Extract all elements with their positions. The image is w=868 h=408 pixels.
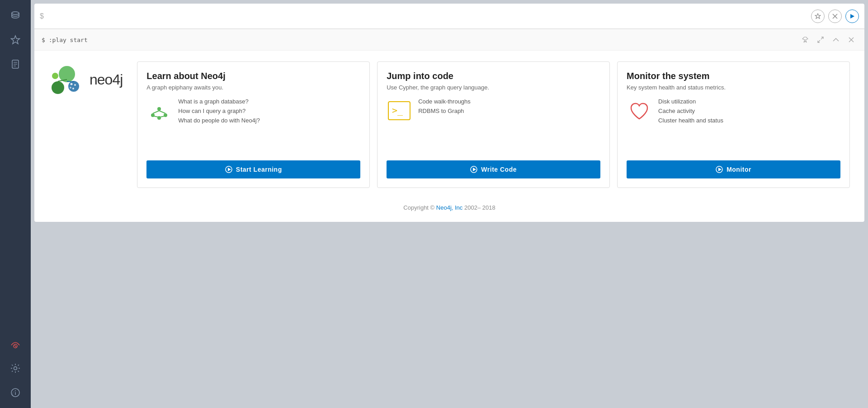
svg-point-27 xyxy=(74,84,76,86)
svg-line-35 xyxy=(159,111,165,113)
code-card-body: >_ Code walk-throughs RDBMS to Graph xyxy=(387,98,600,151)
learn-link-2[interactable]: How can I query a graph? xyxy=(178,108,260,114)
svg-line-17 xyxy=(818,40,820,42)
graph-icon-area xyxy=(146,100,172,123)
svg-marker-39 xyxy=(228,168,231,171)
svg-point-20 xyxy=(52,81,64,94)
svg-point-10 xyxy=(15,390,16,391)
svg-point-26 xyxy=(71,83,73,85)
sidebar-item-info[interactable] xyxy=(5,382,26,403)
sidebar-item-connection-error[interactable] xyxy=(5,333,26,355)
svg-line-37 xyxy=(160,116,165,117)
panel-actions xyxy=(799,34,857,46)
monitor-link-1[interactable]: Disk utilization xyxy=(658,98,723,105)
run-query-button[interactable] xyxy=(845,9,859,23)
pin-panel-button[interactable] xyxy=(799,34,811,46)
learn-link-1[interactable]: What is a graph database? xyxy=(178,98,260,105)
cards-container: Learn about Neo4j A graph epiphany await… xyxy=(137,61,850,188)
svg-text:>_: >_ xyxy=(392,105,403,116)
svg-line-34 xyxy=(153,111,159,113)
svg-point-30 xyxy=(157,107,161,111)
write-code-button[interactable]: Write Code xyxy=(387,160,600,178)
query-bar: $ xyxy=(34,4,864,29)
query-input[interactable] xyxy=(47,13,811,20)
svg-marker-15 xyxy=(850,14,854,19)
svg-line-36 xyxy=(154,116,158,117)
heart-icon-area xyxy=(627,100,652,123)
code-links: Code walk-throughs RDBMS to Graph xyxy=(418,98,471,114)
learn-card-subtitle: A graph epiphany awaits you. xyxy=(146,84,360,91)
learn-card-title: Learn about Neo4j xyxy=(146,71,360,81)
close-query-button[interactable] xyxy=(828,9,842,23)
play-panel: $ :play start xyxy=(34,29,864,222)
svg-point-0 xyxy=(12,12,19,14)
code-card-subtitle: Use Cypher, the graph query language. xyxy=(387,84,600,91)
code-card-title: Jump into code xyxy=(387,71,600,81)
favorite-query-button[interactable] xyxy=(811,9,825,23)
monitor-card-body: Disk utilization Cache activity Cluster … xyxy=(627,98,840,151)
start-learning-button[interactable]: Start Learning xyxy=(146,160,360,178)
close-panel-button[interactable] xyxy=(845,34,857,46)
monitor-links: Disk utilization Cache activity Cluster … xyxy=(658,98,723,124)
svg-point-22 xyxy=(68,81,79,92)
bottom-area xyxy=(31,225,868,408)
sidebar-item-favorites[interactable] xyxy=(5,29,26,51)
year-range: 2002– 2018 xyxy=(462,204,495,211)
monitor-card-button-area: Monitor xyxy=(627,151,840,178)
dollar-sign: $ xyxy=(40,12,44,20)
monitor-button[interactable]: Monitor xyxy=(627,160,840,178)
play-command: $ :play start xyxy=(42,37,799,43)
monitor-link-2[interactable]: Cache activity xyxy=(658,108,723,114)
sidebar-item-database[interactable] xyxy=(5,5,26,26)
learn-links: What is a graph database? How can I quer… xyxy=(178,98,260,124)
sidebar xyxy=(0,0,31,408)
query-actions xyxy=(811,9,859,23)
play-content: neo4j Learn about Neo4j A graph epiphany… xyxy=(34,51,864,199)
copyright-footer: Copyright © Neo4j, Inc 2002– 2018 xyxy=(34,199,864,213)
play-panel-header: $ :play start xyxy=(34,29,864,51)
main-area: $ $ :play start xyxy=(31,0,868,408)
svg-line-25 xyxy=(67,81,74,82)
code-card: Jump into code Use Cypher, the graph que… xyxy=(377,61,610,188)
sidebar-item-documents[interactable] xyxy=(5,53,26,75)
svg-marker-45 xyxy=(718,168,722,171)
svg-point-23 xyxy=(52,73,58,79)
logo-text: neo4j xyxy=(90,71,123,88)
collapse-panel-button[interactable] xyxy=(830,34,842,46)
monitor-card-title: Monitor the system xyxy=(627,71,840,81)
learn-card-body: What is a graph database? How can I quer… xyxy=(146,98,360,151)
neo4j-link[interactable]: Neo4j, Inc xyxy=(436,204,463,211)
learn-card: Learn about Neo4j A graph epiphany await… xyxy=(137,61,370,188)
code-link-1[interactable]: Code walk-throughs xyxy=(418,98,471,105)
svg-marker-43 xyxy=(473,168,476,171)
svg-marker-12 xyxy=(815,14,821,19)
sidebar-item-settings[interactable] xyxy=(5,357,26,379)
monitor-card: Monitor the system Key system health and… xyxy=(617,61,850,188)
copyright-text: Copyright © xyxy=(403,204,436,211)
monitor-card-subtitle: Key system health and status metrics. xyxy=(627,84,840,91)
svg-line-7 xyxy=(14,345,16,347)
monitor-link-3[interactable]: Cluster health and status xyxy=(658,117,723,124)
neo4j-logo: neo4j xyxy=(49,61,123,98)
svg-marker-1 xyxy=(11,36,20,44)
code-card-button-area: Write Code xyxy=(387,151,600,178)
learn-link-3[interactable]: What do people do with Neo4j? xyxy=(178,117,260,124)
svg-line-16 xyxy=(821,37,823,39)
svg-point-29 xyxy=(70,87,71,89)
expand-panel-button[interactable] xyxy=(815,34,826,46)
learn-card-button-area: Start Learning xyxy=(146,151,360,178)
svg-point-28 xyxy=(72,88,74,89)
svg-point-8 xyxy=(14,367,17,370)
terminal-icon-area: >_ xyxy=(387,100,412,122)
code-link-2[interactable]: RDBMS to Graph xyxy=(418,108,471,114)
